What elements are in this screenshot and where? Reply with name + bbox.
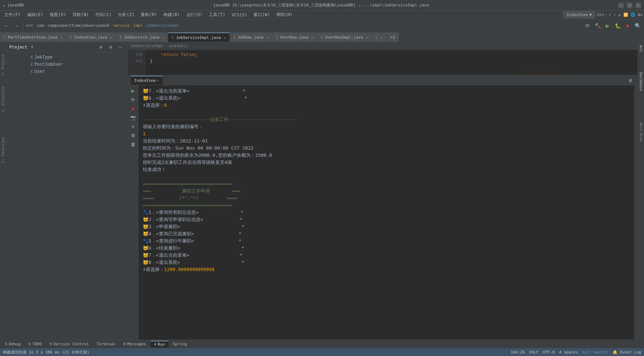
tab-close-jobdao[interactable]: ✕: [266, 35, 268, 39]
run-clear-button[interactable]: 🗑: [129, 140, 137, 148]
menu-help[interactable]: 帮助(H): [273, 11, 296, 19]
menu-code[interactable]: 代码(C): [92, 11, 115, 19]
tab-close-jobserviceimpl[interactable]: ✕: [224, 36, 226, 40]
run-filter-button[interactable]: ⚙: [129, 131, 137, 139]
minimize-button[interactable]: —: [618, 2, 624, 8]
debug-button[interactable]: 🐛: [613, 21, 622, 30]
tab-jobservice[interactable]: I JobService.java ✕: [116, 32, 168, 42]
run-num: 4: [154, 342, 156, 347]
breadcrumb-jobserviceimpl[interactable]: JobServiceImpl: [147, 23, 180, 28]
tab-parttimeuserview[interactable]: C PartTimeUserView.java ✕: [0, 32, 66, 42]
project-dropdown[interactable]: ▼: [31, 45, 34, 49]
right-database[interactable]: Database: [638, 69, 644, 94]
tab-userdao[interactable]: I UserDao.java ✕: [272, 32, 317, 42]
tab-close-extra-c[interactable]: ✕: [381, 35, 383, 39]
tab-indexview[interactable]: C IndexView.java ✕: [66, 32, 116, 42]
stop-button[interactable]: ■: [623, 21, 632, 30]
tab-userdaoimpl[interactable]: C UserDaoImpl.java ✕: [317, 32, 372, 42]
menu-run[interactable]: 运行(U): [183, 11, 206, 19]
build-button[interactable]: 🔨: [593, 21, 602, 30]
indexview-dropdown[interactable]: IndexView ▼: [563, 11, 595, 18]
bottom-tab-vcs[interactable]: 9 Version Control: [46, 341, 92, 347]
bottom-tab-run[interactable]: 4 Run: [150, 341, 168, 347]
menu-refactor[interactable]: 重构(R): [138, 11, 160, 19]
status-crlf[interactable]: CRLF: [529, 350, 539, 355]
tab-close-userdaoimpl[interactable]: ✕: [366, 35, 368, 39]
menu-tools[interactable]: 工具(T): [206, 11, 228, 19]
project-tool-settings[interactable]: ⚙: [106, 43, 115, 51]
project-tool-close[interactable]: —: [116, 43, 125, 51]
status-git[interactable]: Git: master: [582, 350, 608, 355]
messages-label: Messages: [127, 342, 146, 346]
bottom-tab-terminal[interactable]: Terminal: [93, 341, 119, 347]
run-settings-button[interactable]: ⚙: [626, 76, 635, 85]
tree-item-postjobuser[interactable]: C PostJobUser: [6, 61, 127, 68]
close-button[interactable]: ✕: [635, 2, 641, 8]
run-restart-button[interactable]: ⟳: [129, 96, 137, 104]
bottom-tab-todo[interactable]: 6 TODO: [25, 341, 45, 347]
status-event-log[interactable]: 🔔 Event Log: [613, 350, 641, 355]
menu-file[interactable]: 文件(F): [1, 11, 24, 19]
tree-label-user: User: [35, 69, 45, 74]
breadcrumb-com[interactable]: com: [37, 23, 44, 28]
search-button[interactable]: 🔍: [633, 21, 642, 30]
tab-more[interactable]: +2: [387, 32, 399, 42]
class-icon-postjobuser: C: [31, 62, 33, 67]
tab-close-indexview[interactable]: ✕: [110, 35, 112, 39]
out-line-input1: 1: [143, 130, 630, 137]
tab-close-parttimeuserview[interactable]: ✕: [60, 35, 62, 39]
refresh-button[interactable]: ⟳: [583, 21, 592, 30]
right-ant[interactable]: Ant: [638, 42, 644, 55]
sidebar-project[interactable]: 1: Project: [0, 53, 6, 77]
window-title: javaUBD [E:\yangzhou\关卡19_三层架构\关卡19_三层架构…: [24, 2, 618, 8]
tab-extra-c[interactable]: C ✕: [372, 32, 387, 42]
sidebar-favorites[interactable]: 2: Favorites: [0, 136, 6, 164]
run-scrollbar[interactable]: [634, 85, 638, 340]
project-tool-gear[interactable]: ⚙: [97, 43, 105, 51]
breadcrumb-src[interactable]: src: [26, 23, 33, 28]
menu-edit[interactable]: 编辑(E): [24, 11, 46, 19]
tab-close-jobservice[interactable]: ✕: [162, 35, 164, 39]
bottom-tab-messages[interactable]: 0 Messages: [120, 341, 150, 347]
status-line-col[interactable]: 104:26: [511, 350, 525, 355]
titlebar: ☕ javaUBD javaUBD [E:\yangzhou\关卡19_三层架构…: [0, 0, 644, 11]
out-line-menu4: 🐱4．<查询已完成兼职> *: [143, 230, 630, 237]
menu-analyze[interactable]: 分析(Z): [115, 11, 137, 19]
tree-item-jobtype[interactable]: C JobType: [6, 54, 127, 61]
run-tab-indexview[interactable]: IndexView ✕: [131, 76, 163, 85]
right-word-book[interactable]: Word Book: [639, 122, 643, 142]
menu-navigate[interactable]: 导航(N): [70, 11, 92, 19]
breadcrumb-impl[interactable]: impl: [134, 23, 143, 28]
breadcrumb-service[interactable]: service: [113, 23, 130, 28]
tree-item-user[interactable]: C User: [6, 68, 127, 75]
menu-build[interactable]: 构建(B): [161, 11, 183, 19]
bottom-tab-spring[interactable]: Spring: [169, 341, 191, 347]
tab-label-parttimeuserview: PartTimeUserView.java: [8, 35, 57, 40]
tab-jobserviceimpl[interactable]: C JobServiceImpl.java ✕: [168, 32, 230, 42]
run-list-button[interactable]: ≡: [129, 122, 137, 130]
run-tab-close[interactable]: ✕: [157, 79, 159, 82]
bottom-tab-debug[interactable]: 5 Debug: [1, 341, 24, 347]
run-screenshot-button[interactable]: 📷: [129, 114, 137, 121]
forward-button[interactable]: →: [12, 21, 21, 30]
status-encoding[interactable]: UTF-8: [543, 350, 555, 355]
run-stop-button[interactable]: ■: [129, 105, 137, 112]
run-header: IndexView ✕ ⚙: [128, 75, 638, 85]
back-button[interactable]: ←: [2, 21, 11, 30]
tab-jobdao[interactable]: I JobDao.java ✕: [230, 32, 273, 42]
status-indent[interactable]: 4 spaces: [559, 350, 578, 355]
run-rerun-button[interactable]: ▶: [129, 87, 137, 95]
bc-endjob: endJob(): [169, 44, 188, 48]
code-editor[interactable]: 160 161 return false; }: [128, 50, 638, 75]
maximize-button[interactable]: □: [627, 2, 633, 8]
run-button[interactable]: ▶: [603, 21, 612, 30]
sidebar-structure[interactable]: 2: Structure: [0, 85, 6, 114]
tab-icon-jobserviceimpl: C: [172, 35, 174, 40]
menu-view[interactable]: 视图(V): [47, 11, 69, 19]
line-num-160: 160: [128, 51, 143, 58]
code-content[interactable]: return false; }: [146, 50, 638, 75]
menu-vcs[interactable]: VCS(S): [229, 12, 250, 18]
tab-close-userdao[interactable]: ✕: [311, 35, 313, 39]
breadcrumb-campus[interactable]: campusparttimejobversions5: [48, 23, 109, 28]
menu-window[interactable]: 窗口(W): [251, 11, 273, 19]
